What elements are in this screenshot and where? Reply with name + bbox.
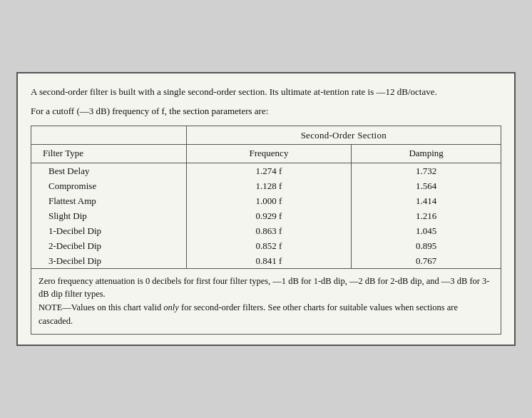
filter-type-cell: 3-Decibel Dip <box>31 253 186 268</box>
filter-type-cell: 1-Decibel Dip <box>31 223 186 238</box>
footer-line2: NOTE—Values on this chart valid only for… <box>39 302 458 326</box>
filter-type-cell: 2-Decibel Dip <box>31 238 186 253</box>
col-damping-header: Damping <box>352 144 501 163</box>
table-body: Best Delay1.274 f1.732Compromise1.128 f1… <box>31 163 501 268</box>
col-filter-empty <box>31 126 186 145</box>
filter-type-cell: Best Delay <box>31 163 186 178</box>
damping-cell: 0.767 <box>352 253 501 268</box>
table-row: Slight Dip0.929 f1.216 <box>31 208 501 223</box>
damping-cell: 1.045 <box>352 223 501 238</box>
table-wrapper: Second-Order Section Filter Type Frequen… <box>31 126 501 335</box>
table-row: 3-Decibel Dip0.841 f0.767 <box>31 253 501 268</box>
table-row: Flattest Amp1.000 f1.414 <box>31 193 501 208</box>
filter-type-cell: Compromise <box>31 178 186 193</box>
table-row: Compromise1.128 f1.564 <box>31 178 501 193</box>
footer-line1: Zero frequency attenuation is 0 decibels… <box>39 276 490 300</box>
col-filter-type-header: Filter Type <box>31 144 186 163</box>
intro-line1: A second-order filter is built with a si… <box>31 85 501 99</box>
footer-note-prefix: NOTE—Values on this chart valid <box>39 302 163 312</box>
footer-note: Zero frequency attenuation is 0 decibels… <box>31 268 501 334</box>
intro-section: A second-order filter is built with a si… <box>31 85 501 118</box>
frequency-cell: 0.841 f <box>186 253 352 268</box>
second-order-section-header: Second-Order Section <box>186 126 501 145</box>
damping-cell: 1.216 <box>352 208 501 223</box>
header-row-section: Second-Order Section <box>31 126 501 145</box>
page-container: A second-order filter is built with a si… <box>16 72 516 345</box>
header-row-sub: Filter Type Frequency Damping <box>31 144 501 163</box>
frequency-cell: 0.929 f <box>186 208 352 223</box>
frequency-cell: 1.128 f <box>186 178 352 193</box>
damping-cell: 1.414 <box>352 193 501 208</box>
filter-table: Second-Order Section Filter Type Frequen… <box>31 126 501 268</box>
damping-cell: 1.732 <box>352 163 501 178</box>
footer-note-italic: only <box>163 302 179 312</box>
filter-type-cell: Flattest Amp <box>31 193 186 208</box>
table-row: 1-Decibel Dip0.863 f1.045 <box>31 223 501 238</box>
frequency-cell: 1.274 f <box>186 163 352 178</box>
table-row: 2-Decibel Dip0.852 f0.895 <box>31 238 501 253</box>
frequency-cell: 0.863 f <box>186 223 352 238</box>
table-row: Best Delay1.274 f1.732 <box>31 163 501 178</box>
col-frequency-header: Frequency <box>186 144 352 163</box>
filter-type-cell: Slight Dip <box>31 208 186 223</box>
damping-cell: 1.564 <box>352 178 501 193</box>
intro-line2: For a cutoff (—3 dB) frequency of f, the… <box>31 104 501 118</box>
frequency-cell: 0.852 f <box>186 238 352 253</box>
frequency-cell: 1.000 f <box>186 193 352 208</box>
damping-cell: 0.895 <box>352 238 501 253</box>
